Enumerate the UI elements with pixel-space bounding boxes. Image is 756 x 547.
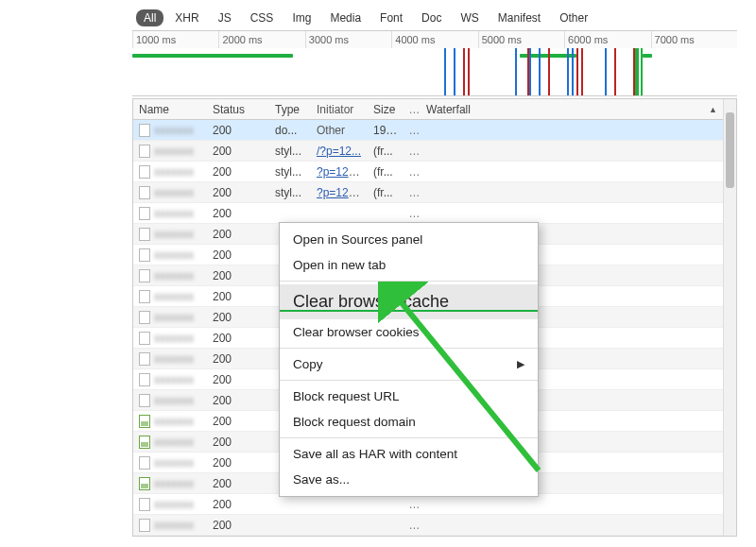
cell-initiator[interactable]: ?p=121... xyxy=(311,186,368,199)
col-waterfall[interactable]: Waterfall ▲ xyxy=(421,103,723,116)
overview-mark xyxy=(515,48,517,95)
request-name: xxxxxxx xyxy=(154,290,194,303)
ctx-open-sources[interactable]: Open in Sources panel xyxy=(280,227,538,252)
filter-xhr[interactable]: XHR xyxy=(167,9,206,26)
request-name: xxxxxxx xyxy=(154,248,194,262)
cell-status: 200 xyxy=(207,498,269,511)
cell-name[interactable]: xxxxxxx xyxy=(133,207,207,220)
ctx-block-domain[interactable]: Block request domain xyxy=(280,409,538,435)
scrollbar-thumb[interactable] xyxy=(726,112,734,188)
ruler-tick: 1000 ms xyxy=(132,31,218,48)
filter-font[interactable]: Font xyxy=(372,9,410,26)
cell-name[interactable]: xxxxxxx xyxy=(133,165,207,179)
initiator-link[interactable]: /?p=12... xyxy=(317,145,361,158)
filter-img[interactable]: Img xyxy=(284,9,318,26)
cell-name[interactable]: xxxxxxx xyxy=(133,248,207,262)
scrollbar[interactable] xyxy=(723,99,736,536)
overview-timeline[interactable]: 1000 ms2000 ms3000 ms4000 ms5000 ms6000 … xyxy=(132,30,737,96)
table-row[interactable]: xxxxxxx200... xyxy=(133,515,723,536)
request-name: xxxxxxx xyxy=(154,456,194,470)
filter-js[interactable]: JS xyxy=(211,9,239,26)
initiator-link[interactable]: ?p=121... xyxy=(317,165,364,179)
filter-media[interactable]: Media xyxy=(322,9,369,26)
cell-name[interactable]: xxxxxxx xyxy=(133,145,207,158)
document-file-icon xyxy=(139,352,150,366)
cell-status: 200 xyxy=(207,332,269,345)
request-name: xxxxxxx xyxy=(154,352,194,366)
cell-initiator[interactable]: ?p=121... xyxy=(311,165,368,179)
cell-status: 200 xyxy=(207,290,269,303)
cell-name[interactable]: xxxxxxx xyxy=(133,373,207,386)
filter-css[interactable]: CSS xyxy=(243,9,282,26)
cell-name[interactable]: xxxxxxx xyxy=(133,124,207,137)
ctx-save-har[interactable]: Save all as HAR with content xyxy=(280,441,538,467)
cell-name[interactable]: xxxxxxx xyxy=(133,477,207,490)
initiator-link[interactable]: ?p=121... xyxy=(317,186,364,199)
image-file-icon xyxy=(139,477,150,490)
col-size[interactable]: Size xyxy=(368,103,404,116)
ctx-block-url[interactable]: Block request URL xyxy=(280,384,538,409)
col-dots[interactable]: ... xyxy=(404,103,421,116)
filter-ws[interactable]: WS xyxy=(453,9,486,26)
overview-mark xyxy=(529,48,531,95)
filters-bar: AllXHRJSCSSImgMediaFontDocWSManifestOthe… xyxy=(132,9,737,30)
document-file-icon xyxy=(139,290,150,303)
table-row[interactable]: xxxxxxx200styl...?p=121...(fr...... xyxy=(133,162,723,182)
request-name: xxxxxxx xyxy=(154,373,194,386)
cell-dots: ... xyxy=(404,498,421,511)
cell-name[interactable]: xxxxxxx xyxy=(133,498,207,511)
cell-name[interactable]: xxxxxxx xyxy=(133,394,207,407)
ctx-clear-cookies[interactable]: Clear browser cookies xyxy=(280,319,538,345)
col-initiator[interactable]: Initiator xyxy=(311,103,368,116)
col-name[interactable]: Name xyxy=(133,103,207,116)
table-header[interactable]: Name Status Type Initiator Size ... Wate… xyxy=(133,99,723,120)
image-file-icon xyxy=(139,436,150,449)
filter-doc[interactable]: Doc xyxy=(414,9,449,26)
cell-type: styl... xyxy=(269,145,311,158)
cell-name[interactable]: xxxxxxx xyxy=(133,186,207,199)
cell-initiator[interactable]: /?p=12... xyxy=(311,145,368,158)
request-name: xxxxxxx xyxy=(154,498,194,511)
cell-dots: ... xyxy=(404,186,421,199)
request-name: xxxxxxx xyxy=(154,311,194,324)
filter-other[interactable]: Other xyxy=(552,9,595,26)
document-file-icon xyxy=(139,373,150,386)
cell-size: 19.... xyxy=(368,124,404,137)
table-row[interactable]: xxxxxxx200... xyxy=(133,494,723,515)
table-row[interactable]: xxxxxxx200... xyxy=(133,203,723,224)
sort-asc-icon: ▲ xyxy=(709,105,717,114)
cell-status: 200 xyxy=(207,456,269,470)
table-row[interactable]: xxxxxxx200styl.../?p=12...(fr...... xyxy=(133,141,723,162)
cell-status: 200 xyxy=(207,415,269,428)
document-file-icon xyxy=(139,124,150,137)
ctx-open-tab[interactable]: Open in new tab xyxy=(280,252,538,278)
ctx-save-as[interactable]: Save as... xyxy=(280,467,538,492)
cell-name[interactable]: xxxxxxx xyxy=(133,290,207,303)
request-name: xxxxxxx xyxy=(154,415,194,428)
col-status[interactable]: Status xyxy=(207,103,269,116)
cell-name[interactable]: xxxxxxx xyxy=(133,456,207,470)
request-name: xxxxxxx xyxy=(154,228,194,241)
table-row[interactable]: xxxxxxx200styl...?p=121...(fr...... xyxy=(133,182,723,203)
cell-name[interactable]: xxxxxxx xyxy=(133,311,207,324)
submenu-icon: ▶ xyxy=(517,358,524,370)
cell-name[interactable]: xxxxxxx xyxy=(133,415,207,428)
cell-status: 200 xyxy=(207,228,269,241)
table-row[interactable]: xxxxxxx200do...Other19....... xyxy=(133,120,723,141)
cell-name[interactable]: xxxxxxx xyxy=(133,332,207,345)
col-type[interactable]: Type xyxy=(269,103,311,116)
filter-all[interactable]: All xyxy=(136,9,163,26)
overview-mark xyxy=(605,48,607,95)
cell-name[interactable]: xxxxxxx xyxy=(133,352,207,366)
document-file-icon xyxy=(139,145,150,158)
cell-type: styl... xyxy=(269,186,311,199)
filter-manifest[interactable]: Manifest xyxy=(490,9,548,26)
ctx-clear-cache[interactable]: Clear browser cache xyxy=(280,284,538,319)
cell-name[interactable]: xxxxxxx xyxy=(133,269,207,282)
cell-dots: ... xyxy=(404,519,421,532)
document-file-icon xyxy=(139,498,150,511)
cell-name[interactable]: xxxxxxx xyxy=(133,436,207,449)
cell-name[interactable]: xxxxxxx xyxy=(133,519,207,532)
ctx-copy[interactable]: Copy ▶ xyxy=(280,351,538,377)
cell-name[interactable]: xxxxxxx xyxy=(133,228,207,241)
